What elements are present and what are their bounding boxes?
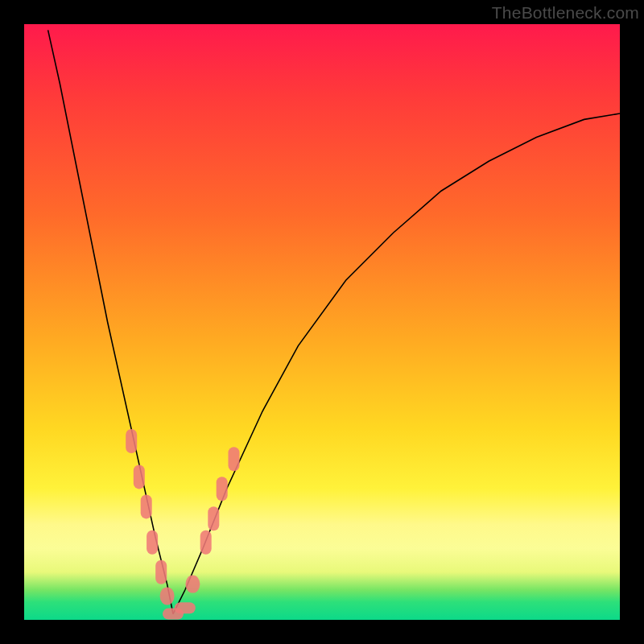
watermark-text: TheBottleneck.com [492,3,639,23]
data-marker [147,530,158,555]
curve-left [48,30,173,613]
curve-group [48,30,620,613]
data-marker [175,602,196,613]
data-marker [126,429,137,453]
data-marker [200,530,212,555]
chart-svg [24,24,620,620]
marker-layer [126,429,239,620]
data-marker [141,494,152,518]
chart-frame: TheBottleneck.com [0,0,644,644]
plot-area [24,24,620,620]
data-marker [185,576,200,593]
data-marker [155,560,167,584]
data-marker [229,447,240,471]
data-marker [160,587,175,605]
data-marker [134,464,145,489]
data-marker [208,506,219,530]
curve-right [173,114,620,614]
data-marker [217,477,228,501]
